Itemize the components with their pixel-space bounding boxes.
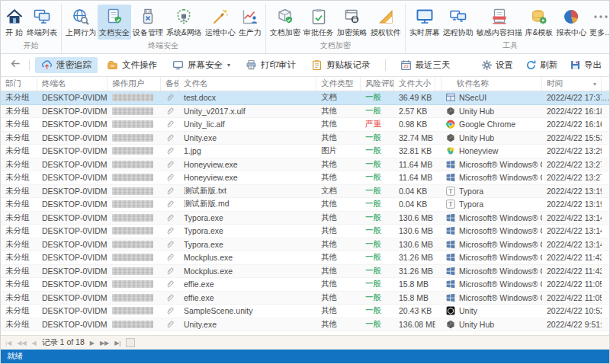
filetype-cell: 其他	[316, 318, 361, 331]
backup-cell[interactable]	[161, 318, 179, 331]
ribbon-item-realtime-screen[interactable]: 实时屏幕	[408, 5, 441, 40]
row-actions-cell[interactable]: …	[602, 91, 609, 104]
toolbar-button-calendar[interactable]: 23最近三天	[394, 57, 457, 73]
table-row[interactable]: 未分组DESKTOP-0VIDMDJeffie.exe其他一般15.8 MBMi…	[1, 292, 609, 305]
table-row[interactable]: 未分组DESKTOP-0VIDMDJUnity.exe其他一般136.08 MB…	[1, 318, 609, 332]
ribbon-item-library-template[interactable]: 库&模板	[524, 5, 555, 40]
column-header-9[interactable]: 时间▾	[542, 77, 602, 91]
ops-center-icon	[210, 7, 230, 26]
ribbon-item-label: 加密策略	[337, 27, 368, 38]
table-row[interactable]: 未分组DESKTOP-0VIDMDJTypora.exe其他一般130.6 MB…	[1, 238, 609, 252]
time-cell: 2022/4/22 13:27:25	[542, 158, 602, 171]
ribbon-item-terminal-list[interactable]: 终端列表	[25, 5, 59, 40]
toolbar-button-settings[interactable]: 设置	[480, 58, 515, 72]
toolbar-button-print-audit[interactable]: 打印审计	[239, 57, 302, 73]
ribbon-item-ops-center[interactable]: 运维中心	[204, 5, 237, 40]
toolbar-button-clipboard-record[interactable]: 剪贴板记录	[305, 57, 377, 73]
backup-cell[interactable]	[161, 171, 179, 184]
spacer-cell	[435, 91, 441, 104]
table-row[interactable]: 未分组DESKTOP-0VIDMDJUnity_lic.alf其他严重0.98 …	[1, 118, 609, 132]
toolbar-button-file-ops[interactable]: 文件操作	[101, 57, 163, 73]
ribbon-item-sensitive-scan[interactable]: 敏感内容扫描	[475, 5, 524, 40]
column-header-5[interactable]: 文件类型	[316, 77, 361, 91]
ribbon-item-doc-encrypt[interactable]: 文档加密	[268, 5, 302, 40]
table-row[interactable]: 未分组DESKTOP-0VIDMDJSampleScene.unity其他一般2…	[1, 305, 609, 318]
toolbar-button-refresh[interactable]: 刷新	[524, 58, 559, 72]
backup-cell[interactable]	[161, 105, 179, 118]
chevron-down-icon: ▾	[227, 62, 230, 69]
toolbar-button-label: 设置	[496, 59, 513, 71]
ribbon-item-doc-security[interactable]: 文档安全	[98, 5, 131, 40]
table-row[interactable]: 未分组DESKTOP-0VIDMDJeffie.exe其他一般15.8 MBMi…	[1, 278, 609, 292]
toolbar-button-screen-security[interactable]: 屏幕安全▾	[166, 57, 236, 73]
table-row[interactable]: 未分组DESKTOP-0VIDMDJHoneyview.exe其他一般11.64…	[1, 171, 609, 185]
backup-cell[interactable]	[161, 212, 179, 225]
table-row[interactable]: 未分组DESKTOP-0VIDMDJtest.docx文档一般36.49 KBN…	[1, 91, 609, 105]
table-row[interactable]: 未分组DESKTOP-0VIDMDJUnity.exe其他一般32.74 MBU…	[1, 132, 609, 145]
last-page-button[interactable]: ▶|	[114, 340, 120, 346]
backup-cell[interactable]	[161, 305, 179, 318]
table-row[interactable]: 未分组DESKTOP-0VIDMDJ1.jpg图片一般32.81 KBHoney…	[1, 145, 609, 158]
spacer-cell	[435, 238, 441, 251]
ribbon-item-authorized-software[interactable]: 授权软件	[369, 5, 403, 40]
table-row[interactable]: 未分组DESKTOP-0VIDMDJMockplus.exe其他一般31.26 …	[1, 265, 609, 279]
software-unityhub-icon	[446, 133, 455, 142]
library-template-icon	[530, 7, 549, 26]
fast-prev-button[interactable]: ◀◀	[17, 340, 26, 346]
backup-cell[interactable]	[161, 185, 179, 198]
table-row[interactable]: 未分组DESKTOP-0VIDMDJ测试新版.md其他一般0.04 KBTTyp…	[1, 198, 609, 212]
ribbon-item-productivity[interactable]: 生产力	[237, 5, 263, 40]
ribbon-item-home[interactable]: 开 始	[3, 5, 25, 40]
backup-cell[interactable]	[161, 238, 179, 251]
backup-cell[interactable]	[161, 198, 179, 211]
back-button[interactable]	[7, 58, 24, 73]
table-row[interactable]: 未分组DESKTOP-0VIDMDJTypora.exe其他一般130.6 MB…	[1, 212, 609, 225]
pager-extra-button[interactable]	[126, 338, 135, 347]
paperclip-icon	[165, 146, 175, 155]
prev-page-button[interactable]: ◀	[32, 340, 37, 346]
backup-cell[interactable]	[161, 278, 179, 291]
toolbar-button-export[interactable]: 导出	[568, 58, 603, 72]
table-row[interactable]: 未分组DESKTOP-0VIDMDJTypora.exe其他一般130.6 MB…	[1, 225, 609, 238]
toolbar-button-label: 剪贴板记录	[326, 59, 371, 71]
table-row[interactable]: 未分组DESKTOP-0VIDMDJ测试新版.txt文档一般0.04 KBTTy…	[1, 185, 609, 199]
column-header-0[interactable]: 部门	[1, 77, 37, 91]
ribbon-item-approval-task[interactable]: 审批任务	[302, 5, 336, 40]
column-header-7[interactable]: 文件大小	[394, 77, 435, 91]
table-row[interactable]: 未分组DESKTOP-0VIDMDJUnity_v2017.x.ulf其他一般2…	[1, 105, 609, 119]
paperclip-icon	[165, 240, 175, 249]
column-header-1[interactable]: 终端名	[37, 77, 108, 91]
backup-cell[interactable]	[161, 158, 179, 171]
ribbon-item-web-behavior[interactable]: 上网行为	[64, 5, 98, 40]
fast-next-button[interactable]: ▶▶	[100, 340, 109, 346]
backup-cell[interactable]	[161, 91, 179, 104]
ribbon-item-system-network[interactable]: 系统&网络	[165, 5, 204, 40]
software-cell: Google Chrome	[441, 118, 542, 131]
risk-level-cell: 严重	[361, 118, 394, 131]
column-header-8[interactable]: 软件名称	[441, 77, 542, 91]
backup-cell[interactable]	[161, 265, 179, 278]
record-count-label: 记录 1 of 18	[42, 337, 85, 348]
column-header-3[interactable]: 备份	[161, 77, 179, 91]
backup-cell[interactable]	[161, 132, 179, 145]
ribbon-item-encrypt-policy[interactable]: 加密策略	[336, 5, 369, 40]
column-header-6[interactable]: 风险评级	[361, 77, 394, 91]
ribbon-item-remote-assist[interactable]: 远程协助	[441, 5, 475, 40]
row-more-icon[interactable]: …	[602, 93, 609, 102]
backup-cell[interactable]	[161, 292, 179, 305]
backup-cell[interactable]	[161, 225, 179, 238]
table-row[interactable]: 未分组DESKTOP-0VIDMDJHoneyview.exe其他一般11.64…	[1, 158, 609, 172]
backup-cell[interactable]	[161, 118, 179, 131]
toolbar-button-leak-trace[interactable]: 泄密追踪	[35, 57, 98, 73]
ribbon-item-more[interactable]: 更多...	[588, 5, 609, 40]
column-header-2[interactable]: 操作用户	[108, 77, 161, 91]
backup-cell[interactable]	[161, 251, 179, 264]
next-page-button[interactable]: ▶	[90, 340, 95, 346]
first-page-button[interactable]: |◀	[5, 340, 11, 346]
ribbon-item-device-manage[interactable]: 设备管理	[131, 5, 165, 40]
spacer-cell	[435, 305, 441, 318]
table-row[interactable]: 未分组DESKTOP-0VIDMDJMockplus.exe其他一般31.26 …	[1, 251, 609, 265]
backup-cell[interactable]	[161, 145, 179, 158]
ribbon-item-report-center[interactable]: 报表中心	[554, 5, 588, 40]
column-header-4[interactable]: 文件名	[179, 77, 316, 91]
